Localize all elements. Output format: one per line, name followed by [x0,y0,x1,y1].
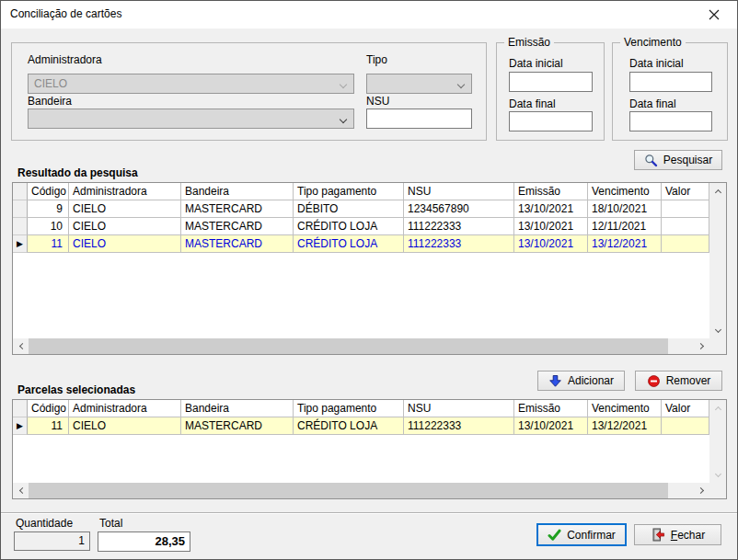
column-header[interactable]: Administradora [69,183,181,200]
scroll-down-button[interactable] [709,323,726,338]
column-header[interactable]: Administradora [69,400,181,417]
table-header: CódigoAdministradoraBandeiraTipo pagamen… [13,400,709,417]
fechar-label: Fechar [671,529,705,542]
column-header[interactable]: Vencimento [588,183,662,200]
cell: 111222333 [404,235,514,253]
cell: 18/10/2021 [588,200,662,218]
magnifier-icon [644,154,658,167]
cell: 13/10/2021 [514,200,588,218]
conciliacao-dialog: Conciliação de cartões Administradora CI… [0,0,738,560]
cell: CRÉDITO LOJA [294,417,404,435]
cell: MASTERCARD [181,200,294,218]
chevron-right-icon [697,487,703,494]
cell: 13/12/2021 [588,235,662,253]
column-header[interactable]: Tipo pagamento [294,183,404,200]
chevron-down-icon [457,81,465,88]
chevron-down-icon [714,326,721,333]
exit-door-icon [651,528,665,542]
remover-label: Remover [666,374,711,387]
table-row[interactable]: 10CIELOMASTERCARDCRÉDITO LOJA11122233313… [13,218,709,235]
chevron-up-icon [714,189,721,195]
column-header[interactable]: Emissão [514,400,588,417]
horizontal-scrollbar[interactable] [13,483,709,498]
cell: 1234567890 [404,200,514,218]
cell: 111222333 [404,417,514,435]
column-header[interactable]: NSU [404,183,514,200]
cell: 13/12/2021 [588,417,662,435]
emissao-data-inicial-label: Data inicial [509,57,563,70]
horizontal-scrollbar[interactable] [13,338,709,354]
row-marker-empty [13,218,28,235]
scroll-up-button[interactable] [709,400,726,416]
emissao-data-inicial-input[interactable] [509,72,593,92]
emissao-data-final-input[interactable] [509,111,593,131]
emissao-group: Emissão Data inicial Data final [496,42,605,141]
window-title: Conciliação de cartões [10,7,121,20]
parcelas-grid: CódigoAdministradoraBandeiraTipo pagamen… [13,400,709,483]
emissao-legend: Emissão [504,36,554,50]
nsu-input[interactable] [366,109,472,129]
parcelas-section-label: Parcelas selecionadas [17,383,135,396]
scrollbar-thumb[interactable] [29,483,668,498]
column-header[interactable]: Bandeira [181,183,294,200]
bandeira-combobox[interactable] [28,109,354,129]
table-body: ▶11CIELOMASTERCARDCRÉDITO LOJA1112223331… [13,417,709,435]
cell [662,417,709,435]
scroll-up-button[interactable] [709,183,726,199]
cell: MASTERCARD [181,417,294,435]
table-header: CódigoAdministradoraBandeiraTipo pagamen… [13,183,709,200]
vencimento-data-final-input[interactable] [629,111,712,131]
cell [662,200,709,218]
footer-separator [1,512,737,514]
pesquisar-button[interactable]: Pesquisar [634,150,722,170]
table-row[interactable]: ▶11CIELOMASTERCARDCRÉDITO LOJA1112223331… [13,235,709,253]
remover-button[interactable]: Remover [635,371,722,391]
confirmar-label: Confirmar [567,529,616,542]
cell [662,218,709,235]
vertical-scrollbar[interactable] [709,400,726,483]
column-header[interactable]: Código [28,183,69,200]
row-marker: ▶ [13,417,28,435]
chevron-down-icon [340,81,347,88]
parcelas-table: CódigoAdministradoraBandeiraTipo pagamen… [12,399,727,499]
column-header[interactable]: Vencimento [588,400,662,417]
column-header[interactable]: Tipo pagamento [294,400,404,417]
nsu-label: NSU [366,95,389,108]
column-header[interactable]: Valor [662,183,709,200]
cell: CIELO [69,200,181,218]
vencimento-data-inicial-input[interactable] [629,72,712,92]
scroll-left-button[interactable] [13,483,29,498]
confirmar-button[interactable]: Confirmar [536,523,627,546]
cell: 13/10/2021 [514,218,588,235]
scroll-down-button[interactable] [709,467,726,483]
adicionar-button[interactable]: Adicionar [537,371,625,391]
vencimento-group: Vencimento Data inicial Data final [612,42,728,141]
cell: 12/11/2021 [588,218,662,235]
cell: DÉBITO [294,200,404,218]
row-marker-header [13,400,28,417]
total-field: 28,35 [98,531,190,552]
cell: 9 [28,200,69,218]
column-header[interactable]: Código [28,400,69,417]
administradora-value: CIELO [34,77,67,90]
green-check-icon [548,529,561,542]
table-row[interactable]: ▶11CIELOMASTERCARDCRÉDITO LOJA1112223331… [13,417,709,435]
column-header[interactable]: Bandeira [181,400,294,417]
column-header[interactable]: NSU [404,400,514,417]
vencimento-legend: Vencimento [620,36,686,50]
scroll-left-button[interactable] [13,338,29,354]
cell: CIELO [69,417,181,435]
fechar-button[interactable]: Fechar [634,524,721,545]
vertical-scrollbar[interactable] [709,183,726,338]
scroll-right-button[interactable] [694,483,709,498]
close-button[interactable] [698,1,730,29]
column-header[interactable]: Valor [662,400,709,417]
adicionar-label: Adicionar [568,374,614,387]
column-header[interactable]: Emissão [514,183,588,200]
titlebar: Conciliação de cartões [1,1,737,29]
table-row[interactable]: 9CIELOMASTERCARDDÉBITO123456789013/10/20… [13,200,709,218]
scrollbar-thumb[interactable] [29,338,668,354]
scroll-right-button[interactable] [694,338,709,354]
table-body: 9CIELOMASTERCARDDÉBITO123456789013/10/20… [13,200,709,253]
chevron-down-icon [714,471,721,477]
